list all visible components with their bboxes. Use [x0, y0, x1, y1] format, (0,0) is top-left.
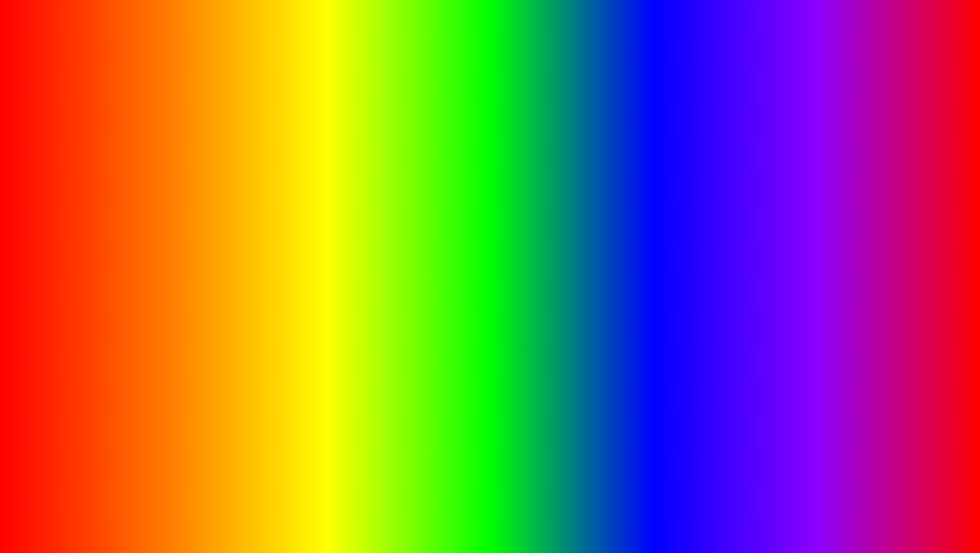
row-auto-farm-boss: Auto Farm Boss [...]: [722, 236, 940, 243]
sidebar-kaitun[interactable]: Kaitun: [38, 226, 99, 233]
sidebar-farm-label: Farm: [44, 219, 57, 225]
farm-fruit-dots[interactable]: [...]: [933, 200, 940, 205]
select-raid-boss[interactable]: Select Raid Boss: ▽: [106, 204, 324, 213]
sidebar-setting-label: Setting: [39, 233, 56, 239]
farm-fruit-label: Farm Fruit Mastery: [730, 199, 777, 205]
r-checkbox-lock-camera[interactable]: [655, 170, 660, 175]
auto-farm-mob-label: Auto Farm Mob: [114, 170, 152, 177]
farm-gun-dots[interactable]: [...]: [933, 208, 940, 213]
logo-circle: 💀: [778, 478, 839, 539]
title-char-r: R: [521, 9, 587, 106]
sidebar-debug[interactable]: Debug: [38, 183, 99, 190]
auto-farm-boss-dots[interactable]: [...]: [933, 237, 940, 243]
bottom-section: AUTO FARM SCRIPT PASTEBIN 💀 FRUITS: [4, 470, 976, 549]
r-sidebar-farm-config-label: Farm Config: [660, 198, 691, 204]
auto-farm-level-label: Auto Farm Level: [730, 192, 771, 198]
r-hop-server-label: Hop Server To Find: [730, 252, 778, 258]
r-sidebar-setting[interactable]: Setting: [654, 233, 715, 240]
checkbox-r-hop-server[interactable]: [722, 252, 727, 257]
select-boss[interactable]: Select Boss: ▽: [722, 226, 940, 235]
r-sidebar-lock-camera-label: Lock Camera: [662, 169, 695, 176]
title-section: BLOX FRUITS: [4, 4, 976, 100]
section-mob-farm: Mob Farm: [722, 267, 940, 275]
sidebar-kaitun-label: Kaitun: [44, 226, 59, 232]
row-auto-farm-raid: Auto Farm Raid Boss [...]: [106, 214, 324, 220]
checkbox-auto-farm-level[interactable]: [722, 192, 727, 197]
checkbox-farm-fruit[interactable]: [722, 200, 727, 205]
checkbox-auto-farm-boss[interactable]: [722, 237, 727, 242]
r-sidebar-about[interactable]: About: [654, 176, 715, 183]
sidebar-webhook-label: Webhook & Ram: [44, 212, 86, 218]
r-sidebar-debug[interactable]: Debug: [654, 183, 715, 190]
sidebar-farm[interactable]: Farm: [38, 219, 99, 226]
note-mastery-3: You can also farm mastery by turn on it …: [106, 265, 324, 270]
title-char-l: L: [246, 9, 303, 106]
sidebar-points[interactable]: Points: [38, 204, 99, 212]
r-note-mastery: You can also farm mastery by turn on it …: [722, 259, 940, 264]
take-quest-dots[interactable]: [...]: [317, 179, 324, 184]
checkbox-take-quest[interactable]: [106, 179, 111, 184]
row-r-take-quest: Take Quest [...]: [722, 244, 940, 250]
r-sidebar-webhook[interactable]: Webhook & Ram: [654, 212, 715, 219]
sidebar-lock-camera-label: Lock Camera: [46, 169, 79, 176]
sidebar-lock-camera[interactable]: Lock Camera: [38, 169, 99, 176]
auto-farm-multi-dots[interactable]: [...]: [317, 258, 324, 264]
bottom-pastebin: PASTEBIN: [473, 496, 654, 529]
hop-server-label: Hop Server To Find: [114, 222, 162, 228]
section-bosses-farm: Bosses Farm: [722, 216, 940, 224]
main-content: BLOX FRUITS THE BEST TOP HoHo Hub - Blox…: [4, 4, 976, 549]
row-r-hop-server: Hop Server To Find [...]: [722, 252, 940, 258]
hop-server-dots[interactable]: [...]: [317, 222, 324, 228]
r-sidebar-farm-label: Farm: [660, 219, 673, 225]
sidebar-farming-label: ▼Farming: [39, 191, 64, 197]
checkbox-farm-gun[interactable]: [722, 208, 727, 213]
title-char-f: F: [464, 9, 521, 106]
sidebar-farming[interactable]: ▼Farming: [38, 190, 99, 197]
auto-farm-raid-dots[interactable]: [...]: [317, 215, 324, 220]
checkbox-r-take-quest[interactable]: [722, 245, 727, 250]
sidebar-farm-config[interactable]: Farm Config: [38, 197, 99, 204]
r-sidebar-farm[interactable]: Farm: [654, 219, 715, 226]
left-sidebar: Lock Camera About Debug ▼Farming Farm Co: [36, 166, 102, 313]
skull-icon: 💀: [792, 495, 827, 523]
logo-u: U: [882, 493, 902, 524]
checkbox-auto-farm-mob[interactable]: [106, 171, 111, 176]
r-sidebar-farming[interactable]: ▼Farming: [654, 190, 715, 197]
select-mob[interactable]: Select Mob: ▽: [722, 278, 940, 286]
sidebar-debug-label: Debug: [39, 184, 55, 190]
r-hop-server-dots[interactable]: [...]: [933, 252, 940, 258]
left-window-body: Lock Camera About Debug ▼Farming Farm Co: [36, 166, 328, 313]
sidebar-about[interactable]: About: [38, 176, 99, 183]
right-panel-label: NEW FEATURE: [651, 116, 811, 148]
r-sidebar-points[interactable]: Points: [654, 204, 715, 212]
logo-container: 💀 FRUITS: [778, 478, 945, 539]
checkbox-auto-farm-multi[interactable]: [106, 258, 111, 263]
checkbox-auto-farm-raid[interactable]: [106, 215, 111, 220]
auto-farm-mob-dots[interactable]: [...]: [317, 171, 324, 177]
auto-farm-level-dots[interactable]: [...]: [933, 192, 940, 198]
search-icon: 🔍: [727, 170, 734, 177]
left-titlebar: HoHo Hub - Blox Fruit Gen 3: [36, 155, 328, 166]
r-take-quest-dots[interactable]: [...]: [933, 245, 940, 250]
r-sidebar-farm-config[interactable]: Farm Config: [654, 197, 715, 204]
row-farm-gun-mastery: Farm Gun Mastery [...]: [722, 207, 940, 213]
checkbox-hop-server[interactable]: [106, 222, 111, 227]
r-sidebar-kaitun-label: Kaitun: [660, 226, 676, 232]
select-multi-mob[interactable]: Select Multi Mob: ▼: [106, 248, 324, 256]
page-title: BLOX FRUITS: [4, 14, 976, 100]
r-sidebar-kaitun[interactable]: Kaitun: [654, 226, 715, 233]
row-auto-farm-mob: Auto Farm Mob [...]: [106, 170, 324, 177]
title-char-b: B: [180, 9, 246, 106]
sidebar-setting[interactable]: Setting: [38, 233, 99, 240]
search-label: Search: [737, 171, 755, 177]
sidebar-farm-config-label: Farm Config: [44, 198, 75, 204]
checkbox-lock-camera[interactable]: [39, 170, 44, 175]
farm-gun-label: Farm Gun Mastery: [730, 207, 777, 213]
search-bar[interactable]: 🔍 Search: [722, 169, 940, 179]
r-sidebar-lock-camera[interactable]: Lock Camera: [654, 169, 715, 176]
sidebar-webhook[interactable]: Webhook & Ram: [38, 212, 99, 219]
title-char-s: S: [738, 9, 800, 106]
r-sidebar-setting-label: Setting: [655, 233, 672, 239]
bottom-auto: AUTO: [35, 486, 171, 531]
sidebar-points-label: Points: [44, 205, 59, 211]
